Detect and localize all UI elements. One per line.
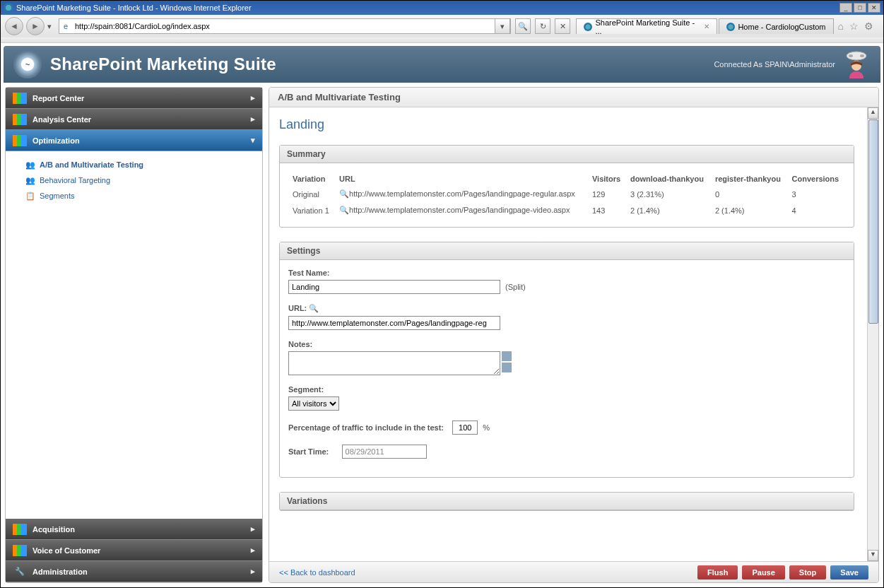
content-footer: << Back to dashboard Flush Pause Stop Sa… — [269, 561, 878, 582]
site-icon: e — [59, 22, 72, 30]
segment-label: Segment: — [288, 385, 845, 394]
close-window-button[interactable]: ✕ — [868, 3, 880, 13]
tab-label: Home - CardiologCustom — [738, 23, 825, 31]
summary-header: Summary — [280, 146, 854, 163]
col-variation: Variation — [288, 172, 335, 186]
segment-select[interactable]: All visitors — [288, 396, 339, 411]
nav-label: Optimization — [33, 136, 80, 145]
save-button[interactable]: Save — [830, 565, 868, 580]
app-header: ~ SharePoint Marketing Suite Connected A… — [4, 46, 880, 83]
user-avatar-icon[interactable] — [842, 50, 871, 78]
nav-label: Acquisition — [33, 525, 75, 534]
forward-button[interactable]: ► — [26, 17, 45, 35]
variations-header: Variations — [280, 493, 854, 510]
scroll-up-icon[interactable]: ▲ — [868, 107, 878, 119]
nav-optimization[interactable]: Optimization ▾ — [6, 130, 262, 151]
window-titlebar: SharePoint Marketing Suite - Intlock Ltd… — [1, 1, 883, 15]
bars-gear-icon — [13, 114, 27, 125]
chevron-down-icon: ▾ — [251, 136, 255, 145]
subnav-ab-testing[interactable]: 👥 A/B and Multivariate Testing — [6, 157, 262, 172]
history-dropdown-icon[interactable]: ▾ — [47, 22, 56, 31]
cell-url[interactable]: http://www.templatemonster.com/Pages/lan… — [349, 189, 575, 198]
scrollbar[interactable]: ▲ ▼ — [867, 107, 878, 561]
people-icon: 👥 — [25, 160, 35, 170]
col-url: URL — [335, 172, 588, 186]
tab-icon — [726, 23, 735, 31]
notes-label: Notes: — [288, 340, 845, 348]
magnify-icon[interactable]: 🔍 — [339, 189, 349, 199]
subnav-behavioral-targeting[interactable]: 👥 Behavioral Targeting — [6, 172, 262, 188]
scroll-down-icon[interactable]: ▼ — [868, 550, 878, 561]
magnify-icon[interactable]: 🔍 — [309, 304, 319, 313]
home-icon[interactable]: ⌂ — [838, 20, 844, 32]
subnav-segments[interactable]: 📋 Segments — [6, 188, 262, 204]
refresh-button[interactable]: ↻ — [535, 18, 550, 34]
ie-icon — [4, 3, 13, 13]
color-square[interactable] — [502, 363, 512, 372]
people-bars-icon — [13, 524, 27, 535]
nav-label: Administration — [33, 568, 88, 576]
col-visitors: Visitors — [588, 172, 626, 186]
favorites-icon[interactable]: ☆ — [849, 20, 859, 32]
voice-icon — [13, 545, 27, 556]
percentage-input[interactable] — [452, 421, 478, 435]
url-input[interactable] — [288, 316, 500, 330]
url-label: URL: 🔍 — [288, 304, 845, 313]
notes-input[interactable] — [288, 351, 500, 375]
back-to-dashboard-link[interactable]: << Back to dashboard — [279, 568, 355, 577]
content-heading: A/B and Multivariate Testing — [269, 88, 878, 107]
test-name-label: Test Name: — [288, 269, 845, 277]
variations-panel: Variations — [279, 492, 854, 511]
tools-icon[interactable]: ⚙ — [864, 20, 873, 32]
tab-icon — [584, 23, 592, 31]
maximize-button[interactable]: □ — [854, 3, 866, 13]
chevron-right-icon: ▸ — [251, 524, 255, 534]
summary-table: Variation URL Visitors download-thankyou… — [288, 172, 845, 218]
cell-visitors: 143 — [588, 202, 626, 218]
minimize-button[interactable]: _ — [839, 3, 852, 13]
back-button[interactable]: ◄ — [5, 17, 23, 35]
subnav-label: A/B and Multivariate Testing — [40, 160, 143, 169]
window-title: SharePoint Marketing Suite - Intlock Ltd… — [16, 4, 252, 12]
browser-tab-active[interactable]: SharePoint Marketing Suite - ... ✕ — [576, 18, 717, 34]
connected-as-label: Connected As SPAIN\Administrator — [714, 60, 835, 69]
nav-administration[interactable]: 🔧 Administration ▸ — [6, 561, 262, 582]
test-name-suffix: (Split) — [505, 283, 526, 291]
color-square[interactable] — [502, 351, 512, 361]
wrench-icon: 🔧 — [13, 566, 27, 577]
cell-c1: 3 (2.31%) — [626, 186, 711, 202]
urlbar-dropdown[interactable]: ▾ — [495, 18, 510, 34]
nav-voice-of-customer[interactable]: Voice of Customer ▸ — [6, 540, 262, 561]
stop-button[interactable]: Stop — [789, 565, 826, 580]
app-title: SharePoint Marketing Suite — [50, 54, 276, 74]
svg-point-2 — [860, 54, 864, 57]
summary-panel: Summary Variation URL Visitors download-… — [279, 145, 854, 228]
nav-analysis-center[interactable]: Analysis Center ▸ — [6, 109, 262, 130]
page-title: Landing — [279, 117, 854, 132]
scroll-thumb[interactable] — [868, 119, 878, 324]
test-name-input[interactable] — [288, 280, 500, 294]
settings-header: Settings — [280, 242, 854, 260]
cell-variation: Variation 1 — [288, 202, 335, 218]
browser-navbar: ◄ ► ▾ e ▾ 🔍 ↻ ✕ SharePoint Marketing Sui… — [1, 15, 883, 37]
pct-suffix: % — [483, 423, 490, 432]
stop-button-browser[interactable]: ✕ — [555, 18, 570, 34]
cell-c2: 0 — [711, 186, 788, 202]
tab-close-icon[interactable]: ✕ — [704, 23, 709, 30]
search-dropdown-icon[interactable]: 🔍 — [515, 18, 531, 34]
cell-conv: 3 — [788, 186, 845, 202]
main-content: A/B and Multivariate Testing ▲ ▼ Landing… — [269, 87, 879, 583]
nav-acquisition[interactable]: Acquisition ▸ — [6, 519, 262, 540]
tab-label: SharePoint Marketing Suite - ... — [595, 18, 698, 35]
nav-label: Voice of Customer — [33, 546, 100, 555]
nav-report-center[interactable]: Report Center ▸ — [6, 88, 262, 109]
address-bar[interactable] — [72, 20, 493, 32]
start-time-input[interactable] — [342, 445, 427, 459]
browser-tab[interactable]: Home - CardiologCustom — [719, 18, 833, 34]
cell-conv: 4 — [788, 202, 845, 218]
cell-url[interactable]: http://www.templatemonster.com/Pages/lan… — [349, 206, 570, 214]
chevron-right-icon: ▸ — [251, 567, 255, 576]
flush-button[interactable]: Flush — [697, 565, 738, 580]
magnify-icon[interactable]: 🔍 — [339, 206, 349, 215]
pause-button[interactable]: Pause — [742, 565, 784, 580]
